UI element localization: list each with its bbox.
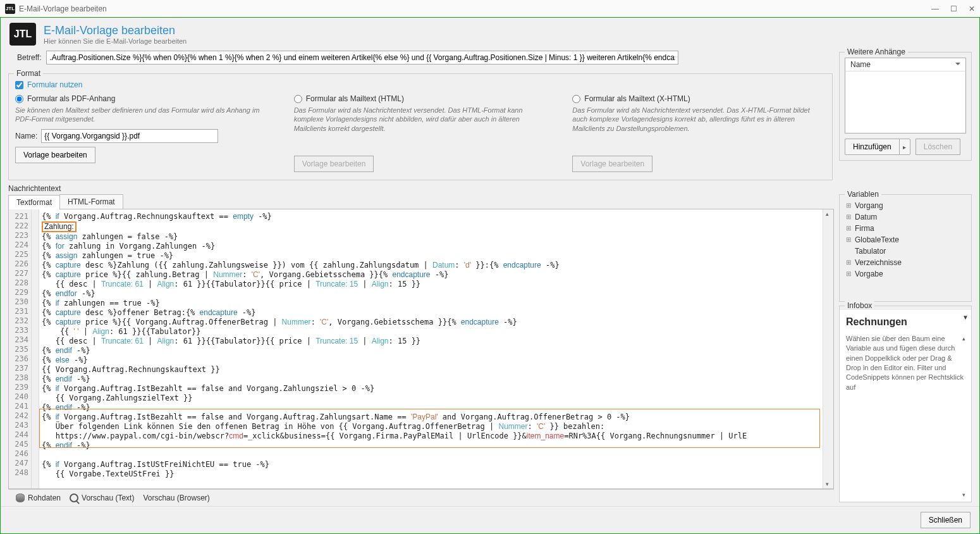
tree-item[interactable]: Firma (845, 223, 966, 234)
format-groupbox: Format Formular nutzen Formular als PDF-… (8, 73, 833, 180)
chevron-down-icon[interactable]: ▼ (962, 314, 969, 321)
tree-item[interactable]: Vorgabe (845, 268, 966, 280)
page-header: JTL E-Mail-Vorlage bearbeiten Hier könne… (1, 18, 979, 48)
radio-pdf[interactable] (15, 95, 23, 103)
attachments-header-name[interactable]: Name (845, 58, 965, 71)
add-attachment-button[interactable]: Hinzufügen (845, 139, 910, 155)
page-subtitle: Hier können Sie die E-Mail-Vorlage bearb… (44, 37, 187, 45)
page-title: E-Mail-Vorlage bearbeiten (44, 24, 187, 37)
tree-item[interactable]: Datum (845, 211, 966, 223)
subject-input[interactable] (46, 51, 678, 65)
tree-item[interactable]: Tabulator (845, 245, 966, 257)
add-attachment-dropdown-icon[interactable] (899, 139, 910, 155)
tab-rawdata-label: Rohdaten (28, 494, 61, 502)
tree-item[interactable]: Vorgang (845, 200, 966, 211)
tab-preview-text[interactable]: Vorschau (Text) (70, 494, 134, 502)
scroll-up-icon[interactable]: ▴ (962, 335, 969, 342)
radio-html-desc: Das Formular wird als Nachrichtentext ve… (294, 106, 548, 133)
radio-xhtml-desc: Das Formular wird als Nachrichtentext ve… (572, 106, 826, 133)
code-area[interactable]: {% if Vorgang.Auftrag.Rechnungskauftext … (39, 209, 823, 488)
variables-tree[interactable]: VorgangDatumFirmaGlobaleTexteTabulatorVe… (845, 200, 966, 280)
message-label: Nachrichtentext (8, 184, 972, 193)
attachments-title: Weitere Anhänge (845, 47, 908, 56)
radio-html[interactable] (294, 95, 302, 103)
tree-item[interactable]: GlobaleTexte (845, 234, 966, 245)
radio-pdf-desc: Sie können den Mailtext selber definiere… (15, 106, 269, 124)
close-dialog-button[interactable]: Schließen (921, 512, 971, 528)
database-icon (16, 494, 25, 502)
tab-preview-text-label: Vorschau (Text) (82, 494, 134, 502)
magnifier-icon (70, 494, 78, 502)
app-icon: JTL (5, 4, 15, 14)
scroll-down-icon[interactable]: ▾ (962, 492, 969, 498)
infobox-heading: Rechnungen (846, 316, 965, 328)
logo: JTL (9, 23, 36, 46)
format-title: Format (14, 69, 43, 78)
delete-attachment-button: Löschen (916, 139, 960, 155)
use-form-label: Formular nutzen (27, 80, 82, 89)
radio-xhtml[interactable] (572, 95, 580, 103)
pdf-name-input[interactable] (41, 129, 218, 143)
edit-template-html-button: Vorlage bearbeiten (294, 156, 374, 172)
attachments-list[interactable]: Name (845, 58, 966, 134)
tab-preview-browser-label: Vorschau (Browser) (143, 494, 209, 502)
tab-preview-browser[interactable]: Vorschau (Browser) (143, 494, 209, 502)
variables-panel: Variablen VorgangDatumFirmaGlobaleTexteT… (839, 194, 972, 302)
editor-scrollbar[interactable] (823, 209, 833, 488)
titlebar: JTL E-Mail-Vorlage bearbeiten — ☐ ✕ (0, 0, 980, 18)
infobox-panel: Infobox ▼ Rechnungen Wählen sie über den… (839, 306, 972, 502)
infobox-text: Wählen sie über den Baum eine Variable a… (846, 334, 965, 392)
radio-html-label: Formular als Mailtext (HTML) (306, 94, 404, 103)
radio-xhtml-label: Formular als Mailtext (X-HTML) (584, 94, 690, 103)
use-form-checkbox[interactable] (15, 81, 23, 89)
close-button[interactable]: ✕ (969, 4, 975, 13)
line-gutter: 2212222232242252262272282292302312322332… (9, 209, 32, 488)
edit-template-pdf-button[interactable]: Vorlage bearbeiten (15, 147, 95, 163)
maximize-button[interactable]: ☐ (950, 4, 957, 13)
minimize-button[interactable]: — (931, 4, 939, 13)
preview-tabs: Rohdaten Vorschau (Text) Vorschau (Brows… (8, 489, 834, 506)
attachments-groupbox: Weitere Anhänge Name Hinzufügen Löschen (839, 52, 972, 161)
edit-template-xhtml-button: Vorlage bearbeiten (572, 156, 652, 172)
window-title: E-Mail-Vorlage bearbeiten (19, 4, 931, 13)
subject-label: Betreff: (17, 53, 41, 62)
infobox-title: Infobox (845, 301, 874, 310)
radio-pdf-label: Formular als PDF-Anhang (27, 94, 115, 103)
add-attachment-main[interactable]: Hinzufügen (845, 139, 899, 155)
tab-htmlformat[interactable]: HTML-Format (59, 194, 123, 209)
pdf-name-label: Name: (15, 132, 37, 140)
code-editor[interactable]: 2212222232242252262272282292302312322332… (9, 209, 823, 488)
tree-item[interactable]: Verzeichnisse (845, 257, 966, 268)
tab-textformat[interactable]: Textformat (8, 195, 60, 209)
fold-gutter[interactable] (32, 209, 39, 488)
editor-tabs: Textformat HTML-Format (8, 194, 834, 209)
tab-rawdata[interactable]: Rohdaten (16, 494, 61, 502)
variables-title: Variablen (845, 190, 881, 199)
